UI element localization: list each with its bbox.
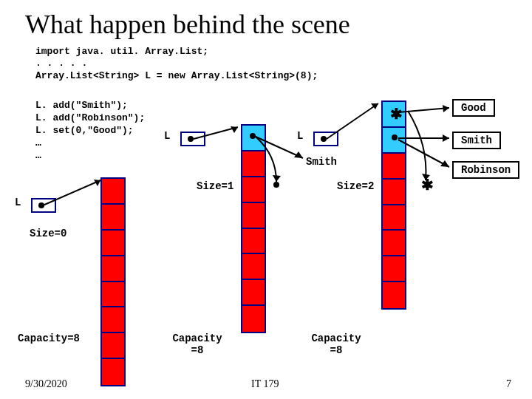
- svg-marker-15: [273, 175, 281, 182]
- pointer-arrow-1: [189, 124, 248, 143]
- name-box-robinson: Robinson: [452, 161, 519, 179]
- arrow-to-size1-dot: [254, 133, 284, 186]
- L-label-0: L: [15, 197, 21, 208]
- footer-course: IT 179: [251, 378, 279, 390]
- svg-marker-12: [422, 174, 430, 180]
- pointer-arrow-0: [38, 177, 112, 207]
- footer-date: 9/30/2020: [25, 378, 67, 390]
- svg-line-0: [43, 180, 100, 205]
- footer-page: 7: [506, 378, 511, 390]
- capacity-label-2: Capacity =8: [303, 332, 369, 356]
- size-label-2: Size=2: [337, 180, 374, 192]
- array-state-0: [100, 177, 126, 386]
- svg-line-4: [327, 103, 378, 139]
- name-box-smith: Smith: [452, 132, 501, 149]
- L-label-1: L: [164, 130, 170, 142]
- svg-line-2: [194, 127, 238, 139]
- name-box-good: Good: [452, 99, 495, 117]
- capacity-label-1: Capacity =8: [164, 332, 231, 356]
- size1-dot: [273, 182, 279, 188]
- slide-title: What happen behind the scene: [25, 9, 350, 40]
- svg-marker-3: [231, 126, 238, 133]
- capacity-label-0: Capacity=8: [18, 332, 80, 344]
- arrow-down-star: [408, 100, 437, 189]
- svg-marker-7: [443, 105, 449, 112]
- size-label-1: Size=1: [197, 180, 233, 192]
- pointer-arrow-2: [322, 100, 389, 142]
- size-label-0: Size=0: [30, 228, 66, 239]
- code-declaration: import java. util. Array.List; . . . . .…: [35, 46, 318, 82]
- code-operations: L. add("Smith"); L. add("Robinson"); L. …: [35, 100, 145, 162]
